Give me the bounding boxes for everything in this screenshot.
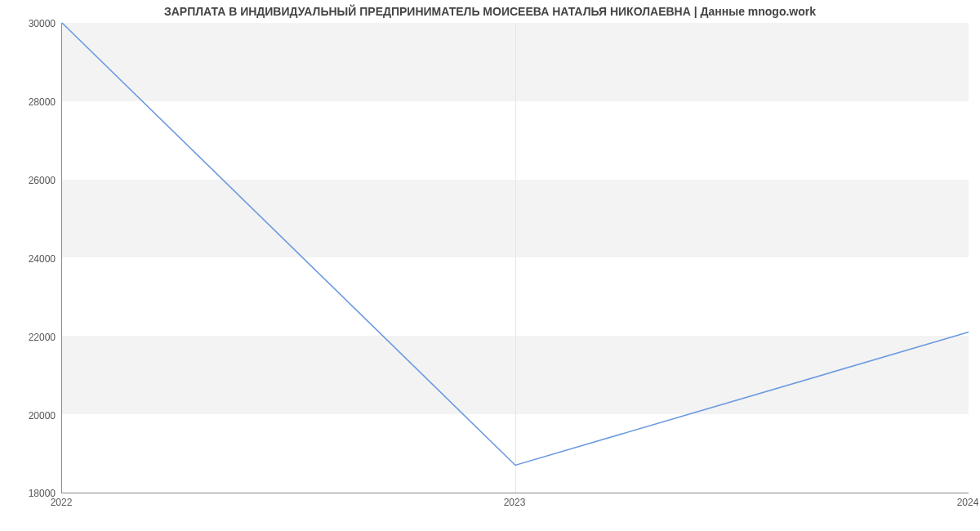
x-tick-label: 2022 xyxy=(51,497,73,508)
series-line xyxy=(62,23,969,465)
y-tick-label: 20000 xyxy=(11,410,56,422)
y-tick-label: 30000 xyxy=(11,18,56,29)
chart-title: ЗАРПЛАТА В ИНДИВИДУАЛЬНЫЙ ПРЕДПРИНИМАТЕЛ… xyxy=(0,5,980,18)
y-tick-label: 22000 xyxy=(11,332,56,343)
y-tick-label: 18000 xyxy=(11,488,56,499)
plot-area xyxy=(61,23,969,493)
series-layer xyxy=(62,23,969,493)
chart-container: ЗАРПЛАТА В ИНДИВИДУАЛЬНЫЙ ПРЕДПРИНИМАТЕЛ… xyxy=(0,0,980,531)
y-tick-label: 26000 xyxy=(11,175,56,186)
x-tick-label: 2024 xyxy=(957,497,979,508)
y-tick-label: 28000 xyxy=(11,96,56,108)
x-tick-label: 2023 xyxy=(504,497,526,508)
y-tick-label: 24000 xyxy=(11,253,56,265)
